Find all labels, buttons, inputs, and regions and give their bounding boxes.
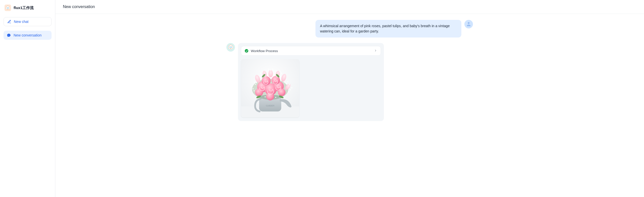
conversation-item[interactable]: New conversation	[4, 31, 52, 40]
svg-point-42	[287, 81, 288, 82]
svg-point-24	[262, 76, 271, 85]
svg-point-9	[468, 22, 469, 24]
user-avatar	[464, 20, 473, 28]
svg-point-53	[281, 73, 282, 74]
svg-text:GARDEN: GARDEN	[266, 105, 274, 107]
svg-point-54	[265, 96, 266, 97]
chat-column: A whimsical arrangement of pink roses, p…	[226, 20, 473, 121]
svg-point-37	[256, 82, 257, 83]
workflow-process-label: Workflow Process	[251, 49, 278, 53]
assistant-card: Workflow Process	[238, 43, 384, 121]
svg-point-15	[230, 45, 231, 45]
svg-point-46	[291, 87, 292, 88]
svg-point-8	[9, 35, 10, 35]
svg-point-50	[262, 71, 263, 72]
check-icon	[245, 49, 248, 53]
svg-point-2	[7, 8, 8, 8]
user-message-bubble: A whimsical arrangement of pink roses, p…	[315, 20, 461, 37]
user-message-row: A whimsical arrangement of pink roses, p…	[226, 20, 473, 37]
new-chat-label: New chat	[14, 20, 28, 24]
svg-rect-4	[7, 9, 8, 9]
svg-point-48	[268, 69, 269, 70]
bot-icon	[5, 5, 11, 11]
generated-image[interactable]: GARDEN	[241, 59, 299, 117]
svg-point-40	[252, 86, 253, 87]
page-title: New conversation	[63, 5, 636, 9]
svg-point-51	[260, 73, 261, 74]
svg-point-7	[9, 35, 9, 35]
workflow-left: Workflow Process	[245, 49, 278, 53]
conversation-list: New conversation	[4, 31, 52, 40]
svg-point-5	[8, 6, 8, 6]
svg-point-31	[268, 70, 273, 77]
conversation-item-label: New conversation	[14, 33, 42, 37]
sidebar: flux1工作流 New chat New conversation	[0, 0, 55, 197]
svg-point-6	[8, 35, 8, 35]
svg-point-45	[288, 91, 289, 92]
bot-icon	[228, 44, 233, 51]
svg-point-35	[255, 84, 256, 85]
chat-scroll-area[interactable]: A whimsical arrangement of pink roses, p…	[55, 14, 644, 197]
svg-rect-14	[230, 48, 231, 49]
new-chat-button[interactable]: New chat	[4, 17, 52, 26]
svg-point-27	[278, 89, 286, 96]
assistant-avatar	[226, 43, 235, 52]
svg-point-49	[272, 69, 273, 70]
workflow-process-toggle[interactable]: Workflow Process	[241, 46, 381, 56]
svg-point-26	[255, 88, 263, 96]
assistant-message-row: Workflow Process	[226, 43, 473, 121]
svg-point-12	[230, 47, 230, 48]
chevron-right-icon	[374, 49, 377, 53]
svg-point-47	[270, 70, 271, 71]
compose-icon	[7, 20, 11, 24]
svg-point-3	[8, 8, 9, 8]
svg-point-39	[254, 90, 255, 91]
app-brand: flux1工作流	[4, 4, 52, 13]
chat-bubble-icon	[7, 33, 11, 37]
chat-header: New conversation	[55, 0, 644, 14]
svg-rect-1	[7, 6, 9, 7]
svg-point-52	[279, 71, 280, 72]
svg-point-55	[275, 97, 276, 98]
svg-point-36	[254, 82, 255, 83]
svg-point-43	[289, 84, 290, 85]
svg-rect-11	[229, 45, 232, 46]
main: New conversation A whimsical arrangement…	[55, 0, 644, 197]
svg-point-44	[290, 89, 291, 90]
svg-point-13	[231, 47, 232, 48]
svg-point-38	[253, 88, 254, 89]
app-name: flux1工作流	[14, 6, 34, 10]
user-icon	[466, 21, 471, 27]
svg-point-41	[286, 83, 287, 84]
